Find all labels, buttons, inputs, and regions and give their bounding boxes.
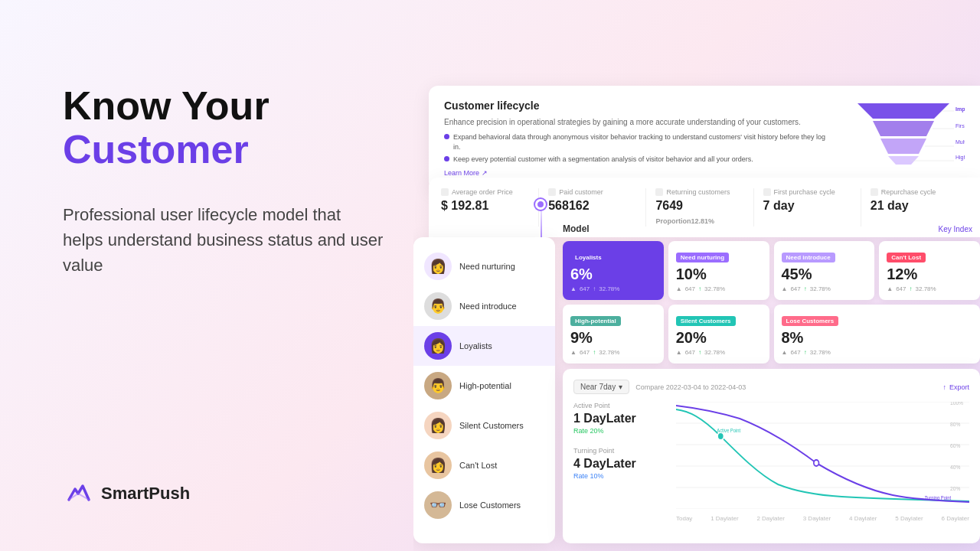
lifecycle-bullet-1: Expand behavioral data through anonymous… (444, 132, 827, 152)
segment-loyalists[interactable]: Loyalists 6% ▲ 647 ↑ 32.78% (563, 241, 664, 300)
stats-need-nurturing: ▲ 647 ↑ 32.78% (676, 285, 762, 292)
stat-first-value: 7 day (763, 199, 851, 213)
user-item-cant-lost[interactable]: 👩 Can't Lost (413, 445, 555, 485)
hero-subtext: Professional user lifecycle model that h… (63, 202, 384, 278)
date-dropdown[interactable]: Near 7day ▾ (573, 380, 629, 394)
chart-svg: 100% 80% 60% 40% 20% Active Point (676, 402, 969, 509)
logo-icon (63, 478, 93, 509)
segment-grid: Loyalists 6% ▲ 647 ↑ 32.78% Need nurturi… (563, 241, 980, 364)
stat-repurchase-value: 21 day (871, 199, 959, 213)
export-icon: ↑ (942, 383, 946, 391)
stats-need-introduce: ▲ 647 ↑ 32.78% (782, 285, 867, 292)
tag-cant-lost: Can't Lost (887, 253, 926, 262)
svg-text:20%: 20% (950, 484, 961, 492)
user-item-lose[interactable]: 👓 Lose Customers (413, 485, 555, 525)
stat-avg-order-label: Average order Price (441, 188, 529, 196)
svg-marker-2 (880, 139, 926, 154)
svg-text:80%: 80% (950, 420, 961, 428)
stat-paid-customer: Paid customer 568162 (539, 188, 646, 227)
lifecycle-card: Customer lifecycle Enhance precision in … (429, 86, 980, 191)
stat-returning-value: 7649 Proportion12.81% (655, 199, 743, 227)
stats-cant-lost: ▲ 647 ↑ 32.78% (887, 285, 972, 292)
svg-text:40%: 40% (950, 463, 961, 471)
user-item-loyalists[interactable]: 👩 Loyalists (413, 326, 555, 366)
svg-marker-0 (858, 103, 949, 119)
user-item-high-potential[interactable]: 👨 High-potential (413, 366, 555, 406)
turning-point-rate: Rate 10% (573, 472, 665, 480)
lifecycle-desc: Enhance precision in operational strateg… (444, 116, 827, 128)
segment-lose[interactable]: Lose Customers 8% ▲ 647 ↑ 32.78% (774, 305, 981, 364)
pct-silent: 20% (676, 329, 762, 347)
avatar-silent: 👩 (424, 412, 452, 439)
svg-text:100%: 100% (950, 402, 963, 406)
bullet-dot-2 (444, 156, 449, 161)
stat-avg-order-value: $ 192.81 (441, 199, 529, 213)
user-name-need-introduce: Need introduce (459, 302, 517, 311)
x-label-6: 6 Daylater (941, 515, 969, 522)
pct-high-potential: 9% (570, 329, 656, 347)
pct-need-introduce: 45% (782, 266, 867, 283)
segment-silent[interactable]: Silent Customers 20% ▲ 647 ↑ 32.78% (668, 305, 769, 364)
learn-more-link[interactable]: Learn More ↗ (444, 169, 827, 177)
svg-text:Multi-purchase: Multi-purchase (956, 139, 965, 145)
svg-text:Active Point: Active Point (717, 427, 740, 433)
lifecycle-bullet-2: Keep every potential customer with a seg… (444, 155, 827, 165)
svg-text:Impurchase: Impurchase (956, 106, 965, 112)
pct-cant-lost: 12% (887, 266, 972, 283)
stats-high-potential: ▲ 647 ↑ 32.78% (570, 349, 656, 356)
turning-point-block: Turning Point 4 DayLater Rate 10% (573, 447, 665, 480)
svg-text:High-value: High-value (956, 155, 965, 161)
user-item-silent[interactable]: 👩 Silent Customers (413, 406, 555, 445)
svg-text:First-time: First-time (956, 123, 965, 129)
lifecycle-left: Customer lifecycle Enhance precision in … (444, 99, 827, 177)
lifecycle-funnel: Impurchase First-time Multi-purchase Hig… (842, 99, 965, 177)
stats-lose: ▲ 647 ↑ 32.78% (782, 349, 973, 356)
tag-high-potential: High-potential (570, 316, 621, 326)
avatar-loyalists: 👩 (424, 332, 452, 360)
avatar-need-nurturing: 👩 (424, 253, 452, 280)
stat-repurchase: Repurchase cycle 21 day (861, 188, 968, 227)
segment-high-potential[interactable]: High-potential 9% ▲ 647 ↑ 32.78% (563, 305, 664, 364)
tag-need-nurturing: Need nurturing (676, 253, 729, 262)
active-point-block: Active Point 1 DayLater Rate 20% (573, 402, 665, 435)
analytics-header: Near 7day ▾ Compare 2022-03-04 to 2022-0… (573, 380, 969, 394)
tag-need-introduce: Need introduce (782, 253, 835, 262)
analytics-left: Active Point 1 DayLater Rate 20% Turning… (573, 402, 665, 527)
segment-need-introduce[interactable]: Need introduce 45% ▲ 647 ↑ 32.78% (774, 241, 875, 300)
compare-text: Compare 2022-03-04 to 2022-04-03 (635, 383, 746, 391)
x-label-5: 5 Daylater (895, 515, 923, 522)
x-label-4: 4 Daylater (849, 515, 877, 522)
stat-first-label: First purchase cycle (763, 188, 851, 196)
hero-line2: Customer (63, 128, 415, 171)
stat-returning: Returning customers 7649 Proportion12.81… (646, 188, 753, 227)
bullet-dot-1 (444, 134, 449, 139)
user-name-lose: Lose Customers (459, 500, 521, 510)
user-name-high-potential: High-potential (459, 381, 511, 390)
segment-cant-lost[interactable]: Can't Lost 12% ▲ 647 ↑ 32.78% (879, 241, 980, 300)
x-labels: Today 1 Daylater 2 Daylater 3 Daylater 4… (676, 515, 969, 522)
date-selector: Near 7day ▾ Compare 2022-03-04 to 2022-0… (573, 380, 746, 394)
stat-repurchase-label: Repurchase cycle (871, 188, 959, 196)
hero-line1: Know Your (63, 84, 415, 128)
x-label-0: Today (676, 515, 692, 522)
export-button[interactable]: ↑ Export (942, 383, 969, 391)
tag-loyalists: Loyalists (570, 253, 606, 262)
logo-text: SmartPush (101, 484, 190, 504)
pct-need-nurturing: 10% (676, 266, 762, 283)
pct-lose: 8% (782, 329, 973, 347)
stats-silent: ▲ 647 ↑ 32.78% (676, 349, 762, 356)
pct-loyalists: 6% (570, 266, 656, 283)
chart-area: 100% 80% 60% 40% 20% Active Point (676, 402, 969, 527)
model-title: Model (563, 223, 590, 234)
stat-avg-order: Average order Price $ 192.81 (441, 188, 539, 227)
user-item-need-nurturing[interactable]: 👩 Need nurturing (413, 246, 555, 286)
avatar-cant-lost: 👩 (424, 452, 452, 479)
user-name-need-nurturing: Need nurturing (459, 262, 515, 271)
key-index: Key Index (939, 225, 972, 233)
user-item-need-introduce[interactable]: 👨 Need introduce (413, 286, 555, 326)
model-title-area: Model Key Index (563, 223, 980, 234)
segment-need-nurturing[interactable]: Need nurturing 10% ▲ 647 ↑ 32.78% (668, 241, 769, 300)
svg-marker-3 (888, 156, 919, 165)
avatar-high-potential: 👨 (424, 372, 452, 399)
svg-text:Turning Point: Turning Point (925, 494, 952, 501)
